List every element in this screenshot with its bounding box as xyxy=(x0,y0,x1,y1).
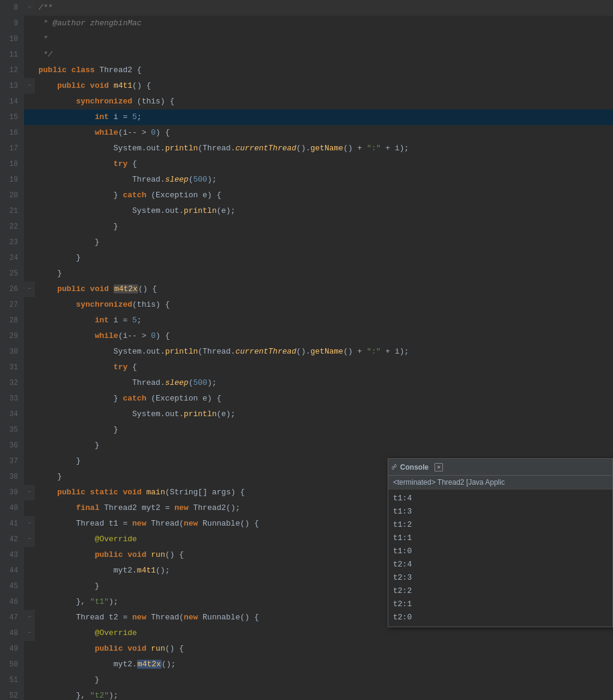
code-content: } catch (Exception e) { xyxy=(35,391,613,407)
code-content: System.out.println(e); xyxy=(35,407,613,422)
line-number: 22 xyxy=(0,219,24,235)
line-number: 38 xyxy=(0,469,24,485)
code-content: } xyxy=(35,438,613,453)
line-number: 29 xyxy=(0,328,24,344)
line-number: 52 xyxy=(0,688,24,700)
code-line: 11 */ xyxy=(0,47,613,63)
console-output-line: t1:0 xyxy=(393,545,608,558)
console-output-line: t2:4 xyxy=(393,558,608,571)
code-line: 52 }, "t2"); xyxy=(0,688,613,700)
code-content: System.out.println(e); xyxy=(35,203,613,219)
code-content: } catch (Exception e) { xyxy=(35,188,613,203)
code-content: } xyxy=(35,219,613,235)
code-content: } xyxy=(35,250,613,266)
code-content: @Override xyxy=(35,625,613,641)
console-output-line: t2:0 xyxy=(393,611,608,624)
line-number: 15 xyxy=(0,109,24,125)
line-number: 43 xyxy=(0,547,24,563)
console-output: t1:4t1:3t1:2t1:1t1:0t2:4t2:3t2:2t2:1t2:0 xyxy=(388,490,612,627)
line-number: 16 xyxy=(0,125,24,141)
code-content: } xyxy=(35,672,613,688)
code-line: 34 System.out.println(e); xyxy=(0,407,613,422)
code-content: } xyxy=(35,266,613,281)
code-line: 23 } xyxy=(0,235,613,250)
line-number: 9 xyxy=(0,16,24,31)
code-content: * @author zhengbinMac xyxy=(35,16,613,31)
code-content: Thread.sleep(500); xyxy=(35,172,613,188)
line-number: 50 xyxy=(0,657,24,672)
code-content: } xyxy=(35,235,613,250)
line-number: 41 xyxy=(0,516,24,532)
line-number: 12 xyxy=(0,63,24,78)
console-output-line: t2:1 xyxy=(393,598,608,611)
fold-gutter[interactable]: − xyxy=(24,485,35,500)
code-content: try { xyxy=(35,360,613,375)
line-number: 17 xyxy=(0,141,24,156)
code-line: 50 myt2.m4t2x(); xyxy=(0,657,613,672)
fold-gutter[interactable]: − xyxy=(24,516,35,532)
code-line: 48− @Override xyxy=(0,625,613,641)
console-title: Console xyxy=(400,463,428,471)
console-terminated-text: <terminated> Thread2 [Java Applic xyxy=(388,476,612,490)
code-content: public void m4t1() { xyxy=(35,78,613,94)
code-line: 32 Thread.sleep(500); xyxy=(0,375,613,391)
code-line: 16 while(i-- > 0) { xyxy=(0,125,613,141)
code-line: 27 synchronized(this) { xyxy=(0,297,613,313)
line-number: 35 xyxy=(0,422,24,438)
fold-gutter[interactable]: − xyxy=(24,0,35,16)
line-number: 11 xyxy=(0,47,24,63)
console-output-line: t1:3 xyxy=(393,505,608,518)
code-content: Thread.sleep(500); xyxy=(35,375,613,391)
fold-gutter[interactable]: − xyxy=(24,281,35,297)
fold-gutter[interactable]: − xyxy=(24,78,35,94)
code-content: System.out.println(Thread.currentThread(… xyxy=(35,344,613,360)
code-line: 24 } xyxy=(0,250,613,266)
code-content: }, "t2"); xyxy=(35,688,613,700)
code-content: System.out.println(Thread.currentThread(… xyxy=(35,141,613,156)
code-line: 12public class Thread2 { xyxy=(0,63,613,78)
code-content: public class Thread2 { xyxy=(35,63,613,78)
code-line: 14 synchronized (this) { xyxy=(0,94,613,109)
code-content: } xyxy=(35,422,613,438)
code-line: 30 System.out.println(Thread.currentThre… xyxy=(0,344,613,360)
line-number: 19 xyxy=(0,172,24,188)
line-number: 14 xyxy=(0,94,24,109)
console-panel: ☍ Console ✕ <terminated> Thread2 [Java A… xyxy=(388,458,613,627)
line-number: 26 xyxy=(0,281,24,297)
console-output-line: t2:3 xyxy=(393,571,608,585)
code-content: synchronized(this) { xyxy=(35,297,613,313)
line-number: 23 xyxy=(0,235,24,250)
code-line: 49 public void run() { xyxy=(0,641,613,657)
fold-gutter[interactable]: − xyxy=(24,532,35,547)
line-number: 36 xyxy=(0,438,24,453)
line-number: 49 xyxy=(0,641,24,657)
code-line: 10 * xyxy=(0,31,613,47)
line-number: 30 xyxy=(0,344,24,360)
editor-container: 8−/**9 * @author zhengbinMac10 *11 */12p… xyxy=(0,0,613,700)
code-content: /** xyxy=(35,0,613,16)
code-line: 19 Thread.sleep(500); xyxy=(0,172,613,188)
code-line: 31 try { xyxy=(0,360,613,375)
line-number: 34 xyxy=(0,407,24,422)
fold-gutter[interactable]: − xyxy=(24,610,35,625)
code-line: 22 } xyxy=(0,219,613,235)
line-number: 42 xyxy=(0,532,24,547)
console-close-button[interactable]: ✕ xyxy=(435,463,443,471)
code-line: 35 } xyxy=(0,422,613,438)
line-number: 18 xyxy=(0,156,24,172)
line-number: 8 xyxy=(0,0,24,16)
code-content: int i = 5; xyxy=(35,313,613,328)
code-content: synchronized (this) { xyxy=(35,94,613,109)
code-line: 25 } xyxy=(0,266,613,281)
code-line: 29 while(i-- > 0) { xyxy=(0,328,613,344)
line-number: 33 xyxy=(0,391,24,407)
code-line: 21 System.out.println(e); xyxy=(0,203,613,219)
line-number: 37 xyxy=(0,453,24,469)
fold-gutter[interactable]: − xyxy=(24,625,35,641)
code-line: 8−/** xyxy=(0,0,613,16)
line-number: 20 xyxy=(0,188,24,203)
code-line: 26− public void m4t2x() { xyxy=(0,281,613,297)
console-titlebar: ☍ Console ✕ xyxy=(388,459,612,476)
line-number: 44 xyxy=(0,563,24,579)
console-icon: ☍ xyxy=(392,462,397,472)
